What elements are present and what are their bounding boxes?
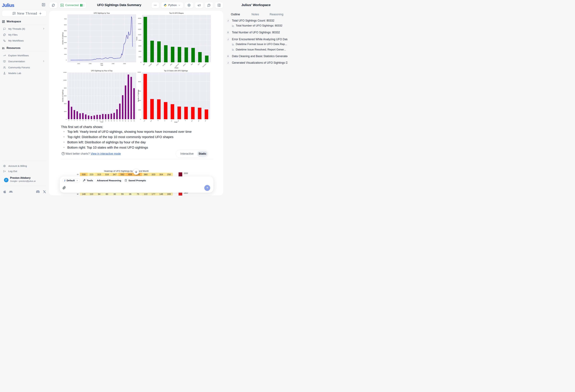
svg-text:Top 10 States with UFO Sightin: Top 10 States with UFO Sightings [164,70,188,72]
svg-text:triangle: triangle [148,63,152,67]
svg-text:5: 5 [82,120,84,121]
svg-text:mi: mi [204,120,206,122]
svg-text:pa: pa [191,120,193,122]
svg-text:6000: 6000 [64,95,67,96]
svg-text:unknown: unknown [175,63,180,67]
svg-text:ny: ny [170,120,172,122]
svg-text:4000: 4000 [139,51,141,52]
svg-text:1920: 1920 [77,63,80,64]
svg-text:0: 0 [141,62,141,63]
svg-text:9: 9 [94,120,95,121]
svg-text:6000: 6000 [139,45,141,46]
svg-text:6000: 6000 [64,24,67,25]
svg-text:formation: formation [202,63,207,67]
svg-text:UFO Sightings by Hour of Day: UFO Sightings by Hour of Day [91,70,113,72]
svg-text:13: 13 [105,120,106,121]
svg-text:21: 21 [128,120,129,121]
svg-text:1940: 1940 [89,63,92,64]
svg-text:UFO Sightings by Year: UFO Sightings by Year [94,12,110,14]
svg-text:0: 0 [66,118,67,120]
svg-text:1980: 1980 [112,63,114,64]
svg-text:2000: 2000 [138,109,141,111]
svg-text:az: az [177,120,179,122]
svg-text:4000: 4000 [64,36,67,37]
svg-text:2000: 2000 [64,111,67,112]
svg-text:0: 0 [140,118,141,120]
svg-text:wa: wa [150,120,152,122]
svg-text:1000: 1000 [64,53,67,55]
svg-text:16: 16 [113,120,115,121]
svg-text:other: other [170,63,173,66]
svg-text:sphere: sphere [183,63,186,67]
svg-text:Number of Sightings: Number of Sightings [62,32,64,44]
svg-text:12000: 12000 [63,72,67,73]
svg-text:18: 18 [119,120,120,121]
svg-text:4000: 4000 [64,103,67,104]
svg-text:10: 10 [96,120,98,121]
svg-text:0: 0 [66,59,67,61]
svg-text:il: il [185,120,186,121]
svg-text:State: State [174,121,177,123]
svg-text:10000: 10000 [63,79,67,81]
svg-text:oval: oval [197,63,200,66]
svg-text:10000: 10000 [138,71,141,73]
svg-text:8: 8 [91,120,92,121]
svg-text:14000: 14000 [138,23,141,24]
svg-text:17: 17 [116,120,118,121]
svg-text:7000: 7000 [64,18,67,20]
svg-text:8000: 8000 [138,81,141,82]
svg-text:23: 23 [133,120,135,121]
svg-text:Top 10 UFO Shapes: Top 10 UFO Shapes [169,12,184,14]
svg-text:15: 15 [111,120,112,121]
svg-text:1: 1 [71,120,72,121]
svg-text:10000: 10000 [138,34,141,35]
svg-text:light: light [143,63,145,66]
svg-text:fireball: fireball [162,63,166,66]
svg-text:Count: Count [136,37,138,40]
svg-text:Year: Year [100,64,103,66]
svg-text:4: 4 [79,120,81,121]
svg-text:Shape: Shape [174,67,178,69]
svg-text:2: 2 [74,120,75,121]
svg-text:2000: 2000 [64,47,67,49]
svg-text:0: 0 [68,120,70,121]
svg-text:Hour: Hour [100,121,103,123]
svg-text:oh: oh [198,120,200,122]
svg-text:5000: 5000 [64,30,67,31]
svg-text:fl: fl [157,120,159,121]
svg-text:8000: 8000 [64,87,67,89]
svg-text:Number of Sightings: Number of Sightings [62,90,64,102]
svg-text:disk: disk [191,63,193,66]
svg-text:8000: 8000 [139,39,141,41]
svg-text:2000: 2000 [123,63,126,64]
svg-text:12000: 12000 [138,28,141,30]
svg-text:2000: 2000 [139,56,141,57]
svg-text:6: 6 [85,120,86,121]
svg-text:7: 7 [88,120,89,121]
svg-text:3: 3 [76,120,78,121]
svg-text:14: 14 [108,120,109,121]
svg-text:19: 19 [122,120,123,121]
svg-text:circle: circle [156,63,159,66]
svg-text:22: 22 [130,120,132,121]
svg-text:tx: tx [164,120,166,121]
svg-text:ca: ca [143,120,145,122]
svg-text:16000: 16000 [138,17,141,19]
svg-text:20: 20 [125,120,126,121]
svg-text:3000: 3000 [64,42,67,43]
svg-text:Number of Sightings: Number of Sightings [138,90,139,102]
